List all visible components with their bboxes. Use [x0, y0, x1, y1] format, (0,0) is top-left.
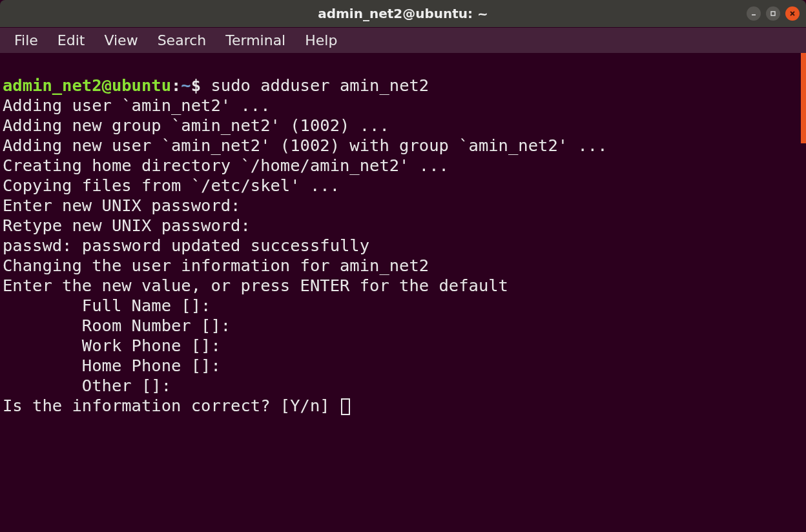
maximize-button[interactable]	[766, 6, 780, 21]
close-icon	[789, 10, 796, 17]
titlebar: admin_net2@ubuntu: ~	[0, 0, 806, 27]
svg-rect-1	[771, 12, 775, 15]
menubar: File Edit View Search Terminal Help	[0, 27, 806, 53]
menu-help[interactable]: Help	[296, 30, 346, 51]
terminal-body[interactable]: admin_net2@ubuntu:~$ sudo adduser amin_n…	[0, 53, 806, 532]
window-controls	[747, 6, 800, 21]
output-line: Enter the new value, or press ENTER for …	[3, 276, 508, 295]
output-line: Retype new UNIX password:	[3, 216, 251, 235]
maximize-icon	[770, 10, 776, 17]
menu-search[interactable]: Search	[149, 30, 216, 51]
minimize-icon	[750, 10, 757, 17]
menu-view[interactable]: View	[95, 30, 147, 51]
output-line: Creating home directory `/home/amin_net2…	[3, 156, 449, 175]
prompt-user-host: admin_net2@ubuntu	[3, 76, 171, 95]
prompt-colon: :	[171, 76, 181, 95]
window-title: admin_net2@ubuntu: ~	[318, 6, 488, 21]
output-line: Changing the user information for amin_n…	[3, 256, 429, 275]
scrollbar-thumb[interactable]	[801, 53, 806, 143]
prompt-dollar: $	[191, 76, 211, 95]
output-line: Home Phone []:	[3, 356, 221, 375]
menu-file[interactable]: File	[5, 30, 47, 51]
output-line: Enter new UNIX password:	[3, 196, 240, 215]
output-line: Other []:	[3, 376, 171, 395]
close-button[interactable]	[785, 6, 800, 21]
output-line: Is the information correct? [Y/n]	[3, 396, 340, 415]
menu-edit[interactable]: Edit	[48, 30, 94, 51]
output-line: Copying files from `/etc/skel' ...	[3, 176, 340, 195]
output-line: Work Phone []:	[3, 336, 221, 355]
output-line: Room Number []:	[3, 316, 231, 335]
output-line: passwd: password updated successfully	[3, 236, 369, 255]
menu-terminal[interactable]: Terminal	[216, 30, 294, 51]
output-line: Full Name []:	[3, 296, 211, 315]
command-text: sudo adduser amin_net2	[211, 76, 429, 95]
output-line: Adding new group `amin_net2' (1002) ...	[3, 116, 389, 135]
cursor	[341, 398, 350, 415]
prompt-path: ~	[181, 76, 191, 95]
output-line: Adding user `amin_net2' ...	[3, 96, 271, 115]
terminal-window: admin_net2@ubuntu: ~ File Edit View Sear…	[0, 0, 806, 532]
output-line: Adding new user `amin_net2' (1002) with …	[3, 136, 608, 155]
minimize-button[interactable]	[747, 6, 761, 21]
